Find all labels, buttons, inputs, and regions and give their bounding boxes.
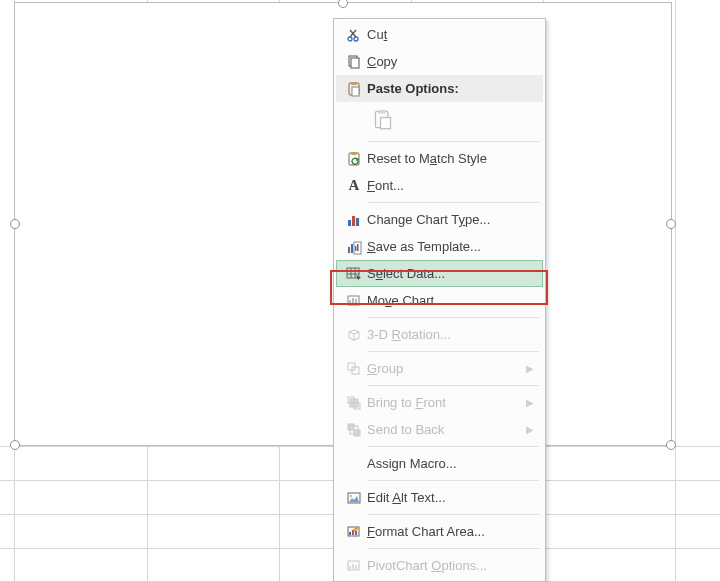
resize-handle[interactable] xyxy=(666,440,676,450)
clipboard-refresh-icon xyxy=(341,151,367,167)
menu-separator xyxy=(368,202,539,203)
menu-item-label: Bring to Front xyxy=(367,395,524,410)
svg-rect-14 xyxy=(356,218,359,226)
template-icon xyxy=(341,239,367,255)
menu-reset-match-style[interactable]: Reset to Match Style xyxy=(336,145,543,172)
menu-separator xyxy=(368,141,539,142)
svg-rect-3 xyxy=(351,58,359,68)
menu-item-label: Assign Macro... xyxy=(367,456,536,471)
svg-rect-12 xyxy=(348,220,351,226)
svg-rect-28 xyxy=(355,299,357,304)
resize-handle[interactable] xyxy=(666,219,676,229)
menu-paste-options-header: Paste Options: xyxy=(336,75,543,102)
menu-separator xyxy=(368,548,539,549)
svg-rect-5 xyxy=(351,82,357,85)
menu-separator xyxy=(368,480,539,481)
svg-point-0 xyxy=(348,37,352,41)
send-back-icon xyxy=(341,422,367,438)
menu-copy[interactable]: Copy xyxy=(336,48,543,75)
move-chart-icon xyxy=(341,293,367,309)
menu-change-chart-type[interactable]: Change Chart Type... xyxy=(336,206,543,233)
menu-item-label: Cut xyxy=(367,27,536,42)
copy-icon xyxy=(341,54,367,70)
resize-handle[interactable] xyxy=(338,0,348,8)
svg-rect-46 xyxy=(352,564,354,569)
menu-assign-macro[interactable]: Assign Macro... xyxy=(336,450,543,477)
bring-front-icon xyxy=(341,395,367,411)
alt-text-icon xyxy=(341,490,367,506)
menu-move-chart[interactable]: Move Chart... xyxy=(336,287,543,314)
svg-rect-27 xyxy=(352,298,354,304)
svg-point-39 xyxy=(350,494,352,496)
menu-item-label: Select Data... xyxy=(367,266,536,281)
scissors-icon xyxy=(341,27,367,43)
menu-3d-rotation: 3-D Rotation... xyxy=(336,321,543,348)
clipboard-icon xyxy=(341,81,367,97)
menu-font[interactable]: A Font... xyxy=(336,172,543,199)
group-icon xyxy=(341,361,367,377)
menu-separator xyxy=(368,446,539,447)
svg-rect-41 xyxy=(349,532,351,535)
submenu-arrow-icon: ▶ xyxy=(524,424,536,435)
paste-option-button[interactable] xyxy=(368,105,398,135)
submenu-arrow-icon: ▶ xyxy=(524,363,536,374)
chart-context-menu: Cut Copy Paste Options: Reset to Match S… xyxy=(333,18,546,582)
menu-item-label: Save as Template... xyxy=(367,239,536,254)
menu-cut[interactable]: Cut xyxy=(336,21,543,48)
menu-item-label: PivotChart Options... xyxy=(367,558,536,573)
svg-rect-45 xyxy=(349,566,351,569)
svg-rect-47 xyxy=(355,565,357,569)
menu-item-label: Reset to Match Style xyxy=(367,151,536,166)
menu-item-label: Format Chart Area... xyxy=(367,524,536,539)
menu-item-label: Edit Alt Text... xyxy=(367,490,536,505)
menu-item-label: Send to Back xyxy=(367,422,524,437)
svg-rect-15 xyxy=(348,247,350,253)
svg-rect-8 xyxy=(378,110,386,114)
font-icon: A xyxy=(341,177,367,194)
svg-rect-18 xyxy=(355,246,357,251)
menu-group: Group ▶ xyxy=(336,355,543,382)
menu-item-label: Copy xyxy=(367,54,536,69)
svg-point-1 xyxy=(354,37,358,41)
bar-chart-icon xyxy=(341,212,367,228)
menu-item-label: Group xyxy=(367,361,524,376)
menu-save-as-template[interactable]: Save as Template... xyxy=(336,233,543,260)
menu-item-label: Paste Options: xyxy=(367,81,536,96)
format-chart-icon xyxy=(341,524,367,540)
svg-rect-26 xyxy=(349,300,351,304)
menu-bring-to-front: Bring to Front ▶ xyxy=(336,389,543,416)
select-data-icon xyxy=(341,266,367,282)
menu-item-label: 3-D Rotation... xyxy=(367,327,536,342)
svg-rect-11 xyxy=(351,152,357,155)
svg-rect-13 xyxy=(352,216,355,226)
menu-pivotchart-options: PivotChart Options... xyxy=(336,552,543,579)
cube-icon xyxy=(341,327,367,343)
menu-separator xyxy=(368,351,539,352)
svg-rect-42 xyxy=(352,530,354,535)
menu-format-chart-area[interactable]: Format Chart Area... xyxy=(336,518,543,545)
svg-rect-19 xyxy=(357,244,359,251)
menu-separator xyxy=(368,385,539,386)
svg-rect-35 xyxy=(354,430,360,436)
resize-handle[interactable] xyxy=(10,440,20,450)
paste-options-row xyxy=(336,102,543,138)
svg-rect-34 xyxy=(348,424,354,430)
svg-rect-6 xyxy=(352,87,359,96)
submenu-arrow-icon: ▶ xyxy=(524,397,536,408)
menu-separator xyxy=(368,514,539,515)
menu-item-label: Font... xyxy=(367,178,536,193)
svg-rect-16 xyxy=(351,244,353,253)
pivotchart-icon xyxy=(341,558,367,574)
menu-item-label: Change Chart Type... xyxy=(367,212,536,227)
menu-item-label: Move Chart... xyxy=(367,293,536,308)
menu-separator xyxy=(368,317,539,318)
menu-select-data[interactable]: Select Data... xyxy=(336,260,543,287)
svg-rect-9 xyxy=(381,118,391,129)
menu-send-to-back: Send to Back ▶ xyxy=(336,416,543,443)
menu-edit-alt-text[interactable]: Edit Alt Text... xyxy=(336,484,543,511)
resize-handle[interactable] xyxy=(10,219,20,229)
